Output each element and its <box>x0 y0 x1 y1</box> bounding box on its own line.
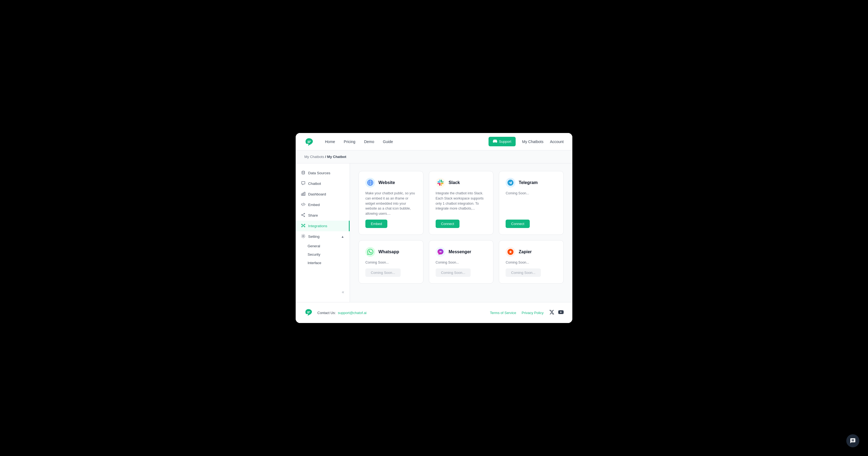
zapier-coming-soon-button: Coming Soon... <box>506 268 541 277</box>
footer-right: Terms of Service Privacy Policy <box>490 309 564 316</box>
sidebar-label-chatbot: Chatbot <box>308 181 321 186</box>
zapier-icon <box>506 247 516 257</box>
integration-card-zapier: Zapier Coming Soon... Coming Soon... <box>499 240 564 284</box>
integrations-grid: Website Make your chatbot public, so you… <box>359 171 564 284</box>
website-description: Make your chatbot public, so you can emb… <box>365 191 416 216</box>
zapier-description: Coming Soon... <box>506 260 557 265</box>
whatsapp-icon <box>365 247 375 257</box>
card-header-zapier: Zapier <box>506 247 557 257</box>
zapier-title: Zapier <box>519 250 532 254</box>
breadcrumb-separator: / <box>325 155 327 159</box>
sidebar-item-data-sources[interactable]: Data Sources <box>296 168 350 178</box>
svg-point-6 <box>304 216 305 217</box>
whatsapp-title: Whatsapp <box>378 250 399 254</box>
svg-line-15 <box>302 225 303 225</box>
integration-card-website: Website Make your chatbot public, so you… <box>359 171 424 235</box>
card-header-telegram: Telegram <box>506 178 557 188</box>
integration-card-telegram: Telegram Coming Soon... Connect <box>499 171 564 235</box>
nav-guide[interactable]: Guide <box>383 140 393 144</box>
messenger-icon <box>436 247 445 257</box>
card-header-messenger: Messenger <box>436 247 487 257</box>
sidebar-label-embed: Embed <box>308 203 320 207</box>
privacy-policy-link[interactable]: Privacy Policy <box>522 311 544 315</box>
footer-logo <box>304 308 313 318</box>
slack-description: Integrate the chatbot into Slack. Each S… <box>436 191 487 216</box>
svg-point-19 <box>303 236 304 237</box>
logo[interactable] <box>304 137 314 147</box>
svg-rect-2 <box>303 193 304 195</box>
sidebar-item-interface[interactable]: Interface <box>296 259 350 267</box>
sidebar-label-share: Share <box>308 213 318 218</box>
svg-rect-3 <box>304 192 305 195</box>
nav-links: Home Pricing Demo Guide <box>325 140 489 144</box>
app-window: Home Pricing Demo Guide Support My Chatb… <box>296 133 572 323</box>
gear-icon <box>301 234 305 239</box>
sidebar-label-setting: Setting <box>308 234 319 238</box>
sidebar-item-dashboard[interactable]: Dashboard <box>296 189 350 200</box>
sidebar-item-integrations[interactable]: Integrations <box>296 221 350 231</box>
telegram-icon <box>506 178 516 188</box>
messenger-title: Messenger <box>448 250 471 254</box>
header: Home Pricing Demo Guide Support My Chatb… <box>296 133 572 150</box>
website-icon <box>365 178 375 188</box>
sidebar-item-general[interactable]: General <box>296 242 350 250</box>
twitter-icon[interactable] <box>549 309 554 316</box>
footer-social <box>549 309 564 316</box>
collapse-button[interactable]: « <box>342 290 344 294</box>
share-icon <box>301 213 305 218</box>
svg-rect-1 <box>301 194 303 195</box>
footer-left: Contact Us: support@chatof.ai <box>304 308 367 318</box>
svg-line-18 <box>304 226 304 226</box>
breadcrumb-parent[interactable]: My Chatbots <box>304 155 324 159</box>
svg-point-0 <box>302 171 305 172</box>
sidebar-item-share[interactable]: Share <box>296 210 350 221</box>
svg-line-8 <box>303 214 304 215</box>
chart-icon <box>301 192 305 197</box>
messenger-coming-soon-button: Coming Soon... <box>436 268 471 277</box>
sidebar-item-setting[interactable]: Setting ▲ <box>296 231 350 242</box>
nav-pricing[interactable]: Pricing <box>344 140 355 144</box>
integration-card-slack: Slack Integrate the chatbot into Slack. … <box>429 171 494 235</box>
whatsapp-description: Coming Soon... <box>365 260 416 265</box>
header-right: Support My Chatbots Account <box>489 137 564 146</box>
support-button[interactable]: Support <box>489 137 516 146</box>
card-header-whatsapp: Whatsapp <box>365 247 416 257</box>
svg-line-17 <box>302 226 303 226</box>
breadcrumb-current: My Chatbot <box>327 155 346 159</box>
chat-bubble-button[interactable] <box>846 434 859 447</box>
whatsapp-coming-soon-button: Coming Soon... <box>365 268 401 277</box>
website-embed-button[interactable]: Embed <box>365 220 388 228</box>
terms-of-service-link[interactable]: Terms of Service <box>490 311 516 315</box>
integrations-icon <box>301 223 305 229</box>
account-link[interactable]: Account <box>550 140 564 144</box>
integration-card-messenger: Messenger Coming Soon... Coming Soon... <box>429 240 494 284</box>
chevron-up-icon: ▲ <box>341 235 344 238</box>
sidebar-footer: « <box>296 286 350 298</box>
integrations-content: Website Make your chatbot public, so you… <box>350 163 572 302</box>
contact-email-link[interactable]: support@chatof.ai <box>338 311 367 315</box>
main-layout: Data Sources Chatbot D <box>296 163 572 302</box>
sidebar-item-embed[interactable]: Embed <box>296 200 350 210</box>
telegram-connect-button[interactable]: Connect <box>506 220 529 228</box>
slack-icon <box>436 178 445 188</box>
sidebar-item-security[interactable]: Security <box>296 250 350 259</box>
sidebar-label-data-sources: Data Sources <box>308 171 330 175</box>
card-header-slack: Slack <box>436 178 487 188</box>
integration-card-whatsapp: Whatsapp Coming Soon... Coming Soon... <box>359 240 424 284</box>
youtube-icon[interactable] <box>558 309 564 316</box>
telegram-title: Telegram <box>519 180 538 185</box>
nav-demo[interactable]: Demo <box>364 140 374 144</box>
svg-point-5 <box>304 213 305 214</box>
telegram-description: Coming Soon... <box>506 191 557 216</box>
footer-contact-text: Contact Us: support@chatof.ai <box>317 311 367 315</box>
slack-connect-button[interactable]: Connect <box>436 220 460 228</box>
chat-icon <box>301 181 305 186</box>
slack-title: Slack <box>448 180 460 185</box>
card-header-website: Website <box>365 178 416 188</box>
code-icon <box>301 202 305 207</box>
svg-line-16 <box>304 225 304 225</box>
my-chatbots-link[interactable]: My Chatbots <box>522 140 544 144</box>
nav-home[interactable]: Home <box>325 140 335 144</box>
svg-line-4 <box>303 203 304 206</box>
sidebar-item-chatbot[interactable]: Chatbot <box>296 178 350 189</box>
